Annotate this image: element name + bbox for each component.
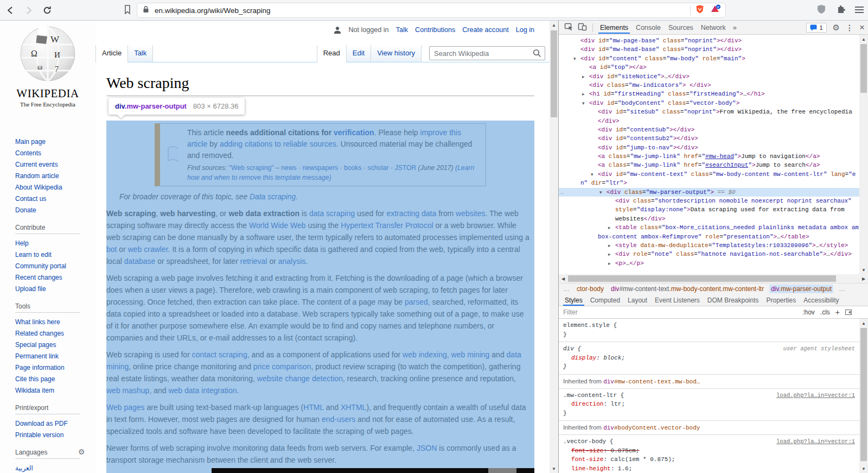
search-icon[interactable] <box>533 49 541 58</box>
tab-read[interactable]: Read <box>317 45 347 62</box>
sidebar-link-related-changes[interactable]: Related changes <box>15 330 64 337</box>
brave-shield-icon[interactable] <box>695 4 705 16</box>
scroll-up-arrow[interactable]: ▲ <box>859 35 868 43</box>
dom-tree-line[interactable]: <a class="mw-jump-link" href="#searchInp… <box>559 161 859 169</box>
panel-tab-properties[interactable]: Properties <box>763 294 800 306</box>
personal-contributions[interactable]: Contributions <box>415 26 455 34</box>
scroll-down-arrow[interactable]: ▼ <box>859 266 868 274</box>
sidebar-link-what-links-here[interactable]: What links here <box>15 318 60 326</box>
css-declaration[interactable]: line-height: 1.6; <box>563 464 855 473</box>
lock-icon[interactable] <box>142 5 150 16</box>
sidebar-link-permanent-link[interactable]: Permanent link <box>15 352 59 360</box>
dom-tree-line[interactable]: ▾<div id="mw-content-text" class="mw-bod… <box>559 170 859 179</box>
dom-tree-line[interactable]: box-content ambox-Refimprove" role="pres… <box>559 232 859 241</box>
sidebar-link-printable-version[interactable]: Printable version <box>15 431 63 439</box>
dom-tree-line[interactable]: <div class="shortdescription nomobile no… <box>559 197 859 205</box>
forward-button[interactable] <box>21 2 37 18</box>
filter-input[interactable]: Filter <box>563 308 578 316</box>
tab-article[interactable]: Article <box>95 45 128 62</box>
expand-arrow-open[interactable]: ▾ <box>591 170 593 179</box>
expand-arrow-closed[interactable]: ▸ <box>608 250 611 258</box>
profile-shield-icon[interactable] <box>817 4 826 16</box>
devtools-tab-network[interactable]: Network <box>697 21 730 34</box>
panel-tab-styles[interactable]: Styles <box>561 294 586 306</box>
sidebar-link-contact-us[interactable]: Contact us <box>15 195 46 203</box>
scroll-up-arrow[interactable]: ▲ <box>859 319 868 327</box>
dom-tree-line[interactable]: <div id="jump-to-nav"></div> <box>559 143 859 152</box>
more-tabs-chevron[interactable]: » <box>730 23 740 31</box>
styles-scrollbar[interactable]: ▲ ▼ <box>859 319 868 473</box>
bookmark-icon[interactable] <box>123 4 132 17</box>
toggle-hover-state-button[interactable]: :hov <box>802 308 815 316</box>
css-declaration[interactable]: font-size: calc(1em * 0.875); <box>563 455 855 464</box>
menu-icon[interactable] <box>855 6 864 15</box>
expand-arrow-closed[interactable]: ▸ <box>608 259 611 268</box>
sidebar-link-donate[interactable]: Donate <box>15 206 36 214</box>
dom-tree-line[interactable]: <div id="siteSub" class="noprint">From W… <box>559 108 859 116</box>
sidebar-link-contents[interactable]: Contents <box>15 149 41 157</box>
sidebar-toggle-icon[interactable] <box>845 310 852 315</box>
dom-tree-line[interactable]: ▾<div id="bodyContent" class="vector-bod… <box>559 99 859 108</box>
sidebar-link-main-page[interactable]: Main page <box>15 138 46 146</box>
dom-tree-line[interactable]: ▸<style data-mw-deduplicate="TemplateSty… <box>559 241 859 250</box>
toggle-classes-button[interactable]: .cls <box>820 308 830 316</box>
dom-tree-line[interactable]: <div id="contentSub"></div> <box>559 125 859 134</box>
languages-gear-icon[interactable]: ⚙ <box>78 447 85 456</box>
address-bar[interactable]: en.wikipedia.org/wiki/Web_scraping <box>137 3 726 18</box>
dom-tree-line[interactable]: websites</div> <box>559 215 859 223</box>
stylesheet-source-link[interactable]: load.php?la…in=vector:1 <box>776 391 855 400</box>
devtools-tab-console[interactable]: Console <box>632 21 665 34</box>
personal-log-in[interactable]: Log in <box>516 26 534 34</box>
dom-tree-line[interactable]: ▸<p>…</p> <box>559 259 859 268</box>
expand-arrow-open[interactable]: ▾ <box>573 54 576 63</box>
sidebar-link-about-wikipedia[interactable]: About Wikipedia <box>15 184 62 191</box>
sidebar-link-help[interactable]: Help <box>15 239 29 247</box>
css-declaration[interactable]: display: block; <box>563 354 855 363</box>
scroll-down-arrow[interactable]: ▼ <box>550 464 558 473</box>
sidebar-link-random-article[interactable]: Random article <box>15 172 59 180</box>
reload-button[interactable] <box>39 2 55 18</box>
breadcrumb[interactable]: div#mw-content-text.mw-body-content.mw-c… <box>609 285 765 293</box>
page-scrollbar[interactable]: ▲ ▼ <box>550 21 558 473</box>
css-declaration[interactable]: direction: ltr; <box>563 400 855 409</box>
dom-tree-line[interactable]: ▸<div role="note" class="hatnote navigat… <box>559 250 859 258</box>
dom-tree-line[interactable]: ▾<div id="content" class="mw-body" role=… <box>559 54 859 63</box>
breadcrumb[interactable]: … <box>837 285 847 293</box>
dom-tree-line[interactable]: <div id="contentSub2"></div> <box>559 134 859 143</box>
dom-tree-line[interactable]: style="display:none">Data scraping used … <box>559 205 859 214</box>
panel-tab-dom-breakpoints[interactable]: DOM Breakpoints <box>704 294 763 306</box>
breadcrumb[interactable]: div.mw-parser-output <box>769 285 833 293</box>
expand-arrow-closed[interactable]: ▸ <box>582 72 585 81</box>
tab-talk[interactable]: Talk <box>128 45 153 62</box>
sidebar-link-upload-file[interactable]: Upload file <box>15 285 46 293</box>
expand-arrow-open[interactable]: ▾ <box>582 99 585 108</box>
tab-view-history[interactable]: View history <box>371 45 422 62</box>
breadcrumb[interactable]: ctor-body <box>575 285 605 293</box>
personal-create-account[interactable]: Create account <box>462 26 508 34</box>
panel-tab-computed[interactable]: Computed <box>586 294 624 306</box>
brave-rewards-icon[interactable] <box>710 4 721 16</box>
sidebar-link-current-events[interactable]: Current events <box>15 161 58 168</box>
stylesheet-source-link[interactable]: load.php?la…in=vector:1 <box>776 437 855 446</box>
search-input[interactable] <box>429 46 545 60</box>
scroll-right-arrow[interactable]: ▶ <box>859 274 868 283</box>
devtools-tab-elements[interactable]: Elements <box>596 21 632 34</box>
wikipedia-logo[interactable]: W Ω И ω 7 WIKIPEDIA The Free Encyclopedi… <box>12 25 84 108</box>
scroll-up-arrow[interactable]: ▲ <box>550 21 558 29</box>
new-style-rule-button[interactable]: + <box>835 308 840 317</box>
panel-tab-accessibility[interactable]: Accessibility <box>800 294 843 306</box>
scroll-left-arrow[interactable]: ◀ <box>559 274 567 283</box>
dom-tree-line[interactable]: ▸<div id="siteNotice">…</div> <box>559 72 859 81</box>
sidebar-link-community-portal[interactable]: Community portal <box>15 262 66 270</box>
dom-tree-line[interactable]: <div class="mw-indicators"> </div> <box>559 81 859 90</box>
inherited-element-link[interactable]: div#mw-content-text.mw-bod… <box>603 379 700 385</box>
dom-tree-scrollbar-thumb[interactable] <box>860 44 867 93</box>
sidebar-link-page-information[interactable]: Page information <box>15 364 65 371</box>
console-messages-badge[interactable]: 1 <box>806 23 826 33</box>
panel-tab-event-listeners[interactable]: Event Listeners <box>651 294 704 306</box>
dom-tree-hscrollbar[interactable]: ◀ ▶ <box>559 274 868 283</box>
dom-tree-line[interactable]: ▸<h1 id="firstHeading" class="firstHeadi… <box>559 90 859 98</box>
dom-tree-line[interactable]: </div> <box>559 117 859 125</box>
settings-gear-icon[interactable]: ⚙ <box>833 23 840 31</box>
inspect-element-icon[interactable] <box>564 22 573 33</box>
